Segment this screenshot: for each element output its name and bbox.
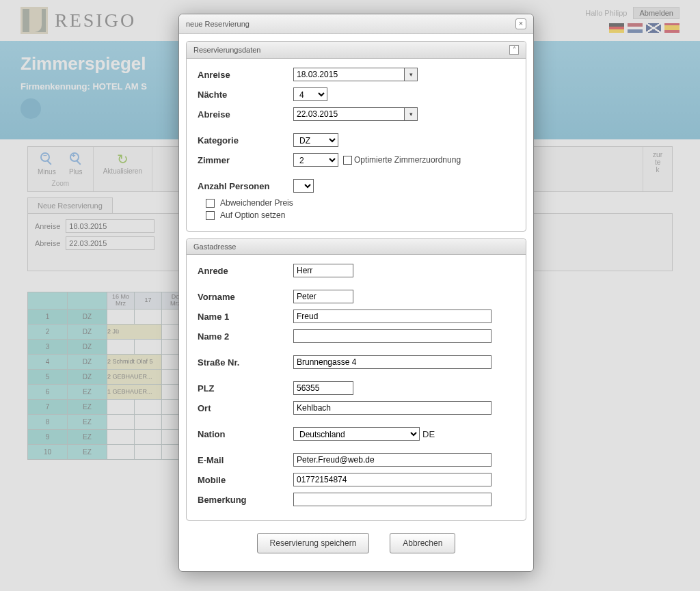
section1-toggle[interactable]: ˄ [509,45,519,55]
name1-field[interactable] [293,310,492,323]
new-reservation-modal: neue Reservierung × Reservierungsdaten ˄… [178,14,534,572]
modal-title: neue Reservierung [186,20,250,28]
modal-footer: Reservierung speichern Abbrechen [186,527,526,564]
email-field[interactable] [293,453,492,467]
arrival-label: Anreise [198,70,293,80]
optimized-checkbox[interactable] [343,156,352,165]
modal-close-button[interactable]: × [515,18,526,29]
arrival-field[interactable] [293,68,404,81]
email-label: E-Mail [198,455,293,465]
persons-select[interactable]: 2 [293,179,314,193]
category-select[interactable]: DZ [293,133,338,147]
cancel-button[interactable]: Abbrechen [390,533,455,553]
deviating-price-label: Abweichender Preis [220,198,293,208]
arrival-dropdown-icon[interactable]: ▾ [404,68,418,81]
zip-field[interactable] [293,381,353,395]
on-option-checkbox[interactable] [206,211,215,220]
category-label: Kategorie [198,135,293,146]
nation-code: DE [422,429,435,439]
mobile-field[interactable] [293,473,492,486]
persons-label: Anzahl Personen [198,181,293,191]
remark-field[interactable] [293,493,492,506]
nation-label: Nation [198,429,293,439]
street-field[interactable] [293,355,492,369]
city-field[interactable] [293,401,492,415]
name2-label: Name 2 [198,331,293,342]
departure-field[interactable] [293,107,404,121]
nights-label: Nächte [198,90,293,100]
remark-label: Bemerkung [198,495,293,505]
name2-field[interactable] [293,329,492,343]
guest-address-section: Gastadresse Anrede Vorname Name 1 Name 2 [186,238,526,521]
optimized-label: Optimierte Zimmerzuordnung [354,155,461,165]
salutation-label: Anrede [198,266,293,276]
section2-title: Gastadresse [193,243,236,251]
zip-label: PLZ [198,383,293,394]
firstname-label: Vorname [198,292,293,302]
street-label: Straße Nr. [198,357,293,368]
departure-label: Abreise [198,109,293,120]
reservation-data-section: Reservierungsdaten ˄ Anreise ▾ Nächte 4 … [186,41,526,232]
deviating-price-checkbox[interactable] [206,199,215,208]
room-select[interactable]: 2 [293,153,338,167]
city-label: Ort [198,403,293,413]
salutation-field[interactable] [293,264,353,277]
firstname-field[interactable] [293,290,353,303]
nation-select[interactable]: Deutschland [293,427,420,441]
mobile-label: Mobile [198,475,293,485]
section1-title: Reservierungsdaten [193,46,260,54]
save-button[interactable]: Reservierung speichern [257,533,370,553]
modal-titlebar: neue Reservierung × [179,14,533,34]
name1-label: Name 1 [198,312,293,322]
on-option-label: Auf Option setzen [220,210,285,220]
departure-dropdown-icon[interactable]: ▾ [404,107,418,121]
room-label: Zimmer [198,155,293,165]
nights-select[interactable]: 4 [293,87,327,101]
